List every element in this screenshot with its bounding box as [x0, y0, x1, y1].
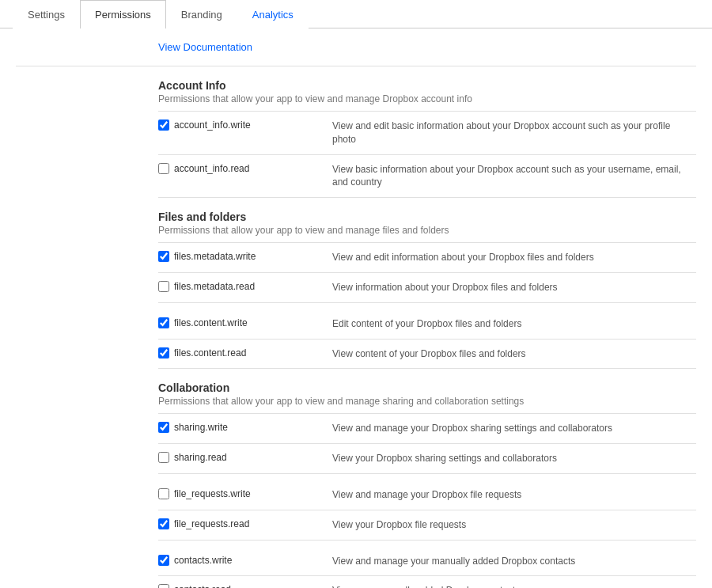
tab-bar: SettingsPermissionsBrandingAnalytics — [0, 0, 712, 28]
permission-description: View your manually added Dropbox contact… — [332, 584, 696, 588]
checkbox-files.content.write[interactable] — [158, 317, 169, 328]
checkbox-col: contacts.write — [158, 555, 332, 566]
checkbox-contacts.read[interactable] — [158, 584, 169, 588]
checkbox-files.metadata.read[interactable] — [158, 281, 169, 292]
checkbox-col: contacts.read — [158, 584, 332, 588]
permission-name: contacts.write — [174, 555, 232, 566]
sections-container: Account InfoPermissions that allow your … — [16, 79, 696, 588]
individual-scopes-description: View Documentation — [158, 41, 696, 53]
group-spacer — [158, 303, 696, 309]
checkbox-col: files.metadata.write — [158, 251, 332, 262]
checkbox-files.content.read[interactable] — [158, 347, 169, 358]
permission-row: sharing.readView your Dropbox sharing se… — [158, 444, 696, 474]
permission-name: account_info.write — [174, 119, 251, 131]
permission-row: files.metadata.writeView and edit inform… — [158, 243, 696, 273]
tab-branding[interactable]: Branding — [166, 0, 237, 28]
checkbox-sharing.read[interactable] — [158, 452, 169, 463]
checkbox-col: files.content.read — [158, 347, 332, 358]
permission-description: View content of your Dropbox files and f… — [332, 347, 696, 361]
section-subtitle-collaboration: Permissions that allow your app to view … — [158, 396, 696, 407]
permission-row: files.content.readView content of your D… — [158, 340, 696, 370]
permission-name: account_info.read — [174, 163, 249, 174]
checkbox-col: sharing.read — [158, 452, 332, 463]
checkbox-account_info.read[interactable] — [158, 163, 169, 174]
permission-row: contacts.readView your manually added Dr… — [158, 576, 696, 588]
permission-name: files.content.read — [174, 347, 246, 358]
permission-name: file_requests.write — [174, 488, 251, 499]
permission-name: files.content.write — [174, 317, 248, 328]
permission-name: files.metadata.write — [174, 251, 256, 262]
permission-row: file_requests.readView your Dropbox file… — [158, 510, 696, 541]
permission-row: account_info.writeView and edit basic in… — [158, 112, 696, 155]
individual-scopes-row: View Documentation — [16, 28, 696, 66]
permission-name: files.metadata.read — [174, 281, 255, 292]
permission-name: contacts.read — [174, 584, 231, 588]
permission-name: sharing.write — [174, 422, 228, 433]
group-spacer — [158, 474, 696, 480]
checkbox-account_info.write[interactable] — [158, 119, 169, 131]
tab-permissions[interactable]: Permissions — [80, 0, 166, 28]
section-title-account_info: Account Info — [158, 79, 696, 92]
section-account_info: Account InfoPermissions that allow your … — [158, 79, 696, 198]
checkbox-file_requests.read[interactable] — [158, 518, 169, 529]
checkbox-sharing.write[interactable] — [158, 422, 169, 433]
individual-scopes-label — [16, 41, 158, 43]
permission-description: View basic information about your Dropbo… — [332, 163, 696, 190]
permission-row: files.metadata.readView information abou… — [158, 273, 696, 303]
permission-description: View and edit basic information about yo… — [332, 119, 696, 146]
permission-description: View and edit information about your Dro… — [332, 251, 696, 264]
permission-description: View your Dropbox sharing settings and c… — [332, 452, 696, 465]
checkbox-col: files.content.write — [158, 317, 332, 328]
permission-name: sharing.read — [174, 452, 227, 463]
section-title-collaboration: Collaboration — [158, 381, 696, 394]
permission-name: file_requests.read — [174, 518, 249, 529]
section-title-files_folders: Files and folders — [158, 211, 696, 223]
permission-description: View and manage your Dropbox file reques… — [332, 488, 696, 502]
checkbox-files.metadata.write[interactable] — [158, 251, 169, 262]
permission-description: Edit content of your Dropbox files and f… — [332, 317, 696, 331]
group-spacer — [158, 541, 696, 547]
checkbox-col: file_requests.write — [158, 488, 332, 499]
section-files_folders: Files and foldersPermissions that allow … — [158, 211, 696, 369]
permission-description: View and manage your Dropbox sharing set… — [332, 422, 696, 435]
section-collaboration: CollaborationPermissions that allow your… — [158, 381, 696, 588]
section-subtitle-files_folders: Permissions that allow your app to view … — [158, 225, 696, 236]
tab-settings[interactable]: Settings — [13, 0, 80, 28]
view-documentation-link[interactable]: View Documentation — [158, 41, 252, 53]
checkbox-col: account_info.read — [158, 163, 332, 174]
checkbox-col: files.metadata.read — [158, 281, 332, 292]
permission-description: View and manage your manually added Drop… — [332, 555, 696, 568]
checkbox-col: sharing.write — [158, 422, 332, 433]
permission-row: contacts.writeView and manage your manua… — [158, 547, 696, 577]
permission-group-files_folders: files.metadata.writeView and edit inform… — [158, 242, 696, 369]
permission-description: View your Dropbox file requests — [332, 518, 696, 532]
permission-group-collaboration: sharing.writeView and manage your Dropbo… — [158, 413, 696, 588]
section-subtitle-account_info: Permissions that allow your app to view … — [158, 93, 696, 104]
checkbox-col: account_info.write — [158, 119, 332, 131]
tab-analytics[interactable]: Analytics — [237, 0, 309, 28]
checkbox-file_requests.write[interactable] — [158, 488, 169, 499]
permission-row: files.content.writeEdit content of your … — [158, 309, 696, 340]
permission-description: View information about your Dropbox file… — [332, 281, 696, 294]
checkbox-contacts.write[interactable] — [158, 555, 169, 566]
permission-group-account_info: account_info.writeView and edit basic in… — [158, 111, 696, 198]
permission-row: sharing.writeView and manage your Dropbo… — [158, 414, 696, 444]
permission-row: file_requests.writeView and manage your … — [158, 480, 696, 510]
checkbox-col: file_requests.read — [158, 518, 332, 529]
main-content: View Documentation Account InfoPermissio… — [0, 28, 712, 588]
permission-row: account_info.readView basic information … — [158, 155, 696, 199]
